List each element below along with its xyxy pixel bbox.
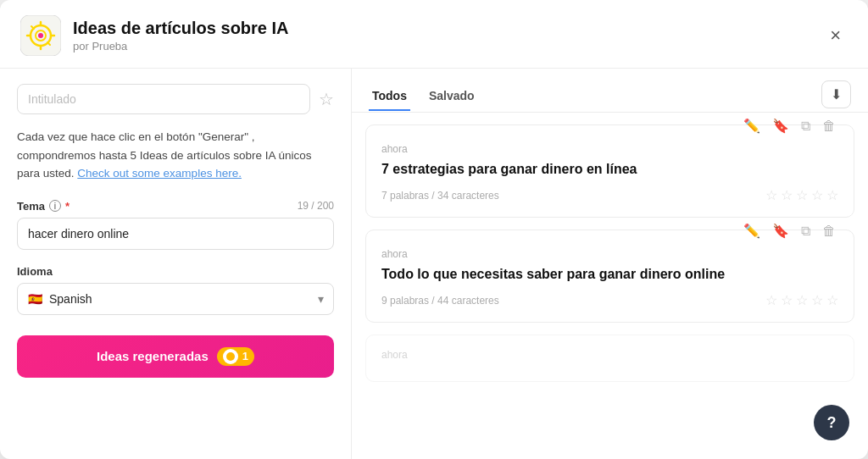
star-3[interactable]: ☆ — [796, 187, 808, 203]
generate-button[interactable]: Ideas regeneradas 1 — [17, 335, 334, 378]
result-footer-1: 7 palabras / 34 caracteres ☆ ☆ ☆ ☆ ☆ — [381, 187, 838, 203]
star-2[interactable]: ☆ — [781, 187, 793, 203]
toggle-circle — [223, 349, 238, 364]
star2-4[interactable]: ☆ — [811, 292, 823, 308]
generate-label: Ideas regeneradas — [97, 349, 209, 363]
trash-button-2[interactable]: 🗑 — [820, 221, 838, 241]
tabs-row: Todos Salvado ⬇ — [352, 69, 868, 113]
result-actions-2: ✏️ 🔖 ⧉ 🗑 — [381, 220, 838, 241]
required-marker: * — [65, 200, 70, 213]
toggle-inner — [226, 352, 235, 361]
result-card-2: ✏️ 🔖 ⧉ 🗑 ahora Todo lo que necesitas sab… — [365, 230, 854, 323]
char-count: 19 / 200 — [298, 200, 334, 212]
result-stats-1: 7 palabras / 34 caracteres — [381, 190, 499, 202]
toggle-badge: 1 — [217, 347, 254, 366]
idioma-value: Spanish — [49, 292, 92, 306]
results-list: ✏️ 🔖 ⧉ 🗑 ahora 7 estrategias para ganar … — [352, 113, 868, 459]
result-footer-2: 9 palabras / 44 caracteres ☆ ☆ ☆ ☆ ☆ — [381, 292, 838, 308]
result-title-1: 7 estrategias para ganar dinero en línea — [381, 162, 838, 177]
left-panel: ☆ Cada vez que hace clic en el botón "Ge… — [0, 69, 352, 459]
search-row: ☆ — [17, 84, 334, 114]
modal-title: Ideas de artículos sobre IA — [73, 19, 823, 38]
star2-3[interactable]: ☆ — [796, 292, 808, 308]
close-button[interactable]: × — [823, 21, 848, 50]
star-5[interactable]: ☆ — [826, 187, 838, 203]
search-input[interactable] — [17, 84, 310, 114]
copy-button-1[interactable]: ⧉ — [798, 116, 813, 136]
star2-1[interactable]: ☆ — [765, 292, 777, 308]
info-icon: i — [49, 200, 61, 212]
modal-header: Ideas de artículos sobre IA por Prueba × — [0, 0, 868, 69]
edit-button-2[interactable]: ✏️ — [741, 220, 763, 241]
result-actions-1: ✏️ 🔖 ⧉ 🗑 — [381, 115, 838, 136]
copy-button-2[interactable]: ⧉ — [798, 221, 813, 241]
favorite-button[interactable]: ☆ — [319, 89, 334, 109]
header-text: Ideas de artículos sobre IA por Prueba — [73, 19, 823, 53]
toggle-count: 1 — [242, 350, 248, 362]
tab-salvado[interactable]: Salvado — [426, 82, 478, 111]
idioma-wrapper: 🇪🇸 Spanish ▾ — [17, 283, 334, 315]
examples-link[interactable]: Check out some examples here. — [77, 167, 242, 180]
tema-input[interactable] — [17, 218, 334, 250]
right-panel: Todos Salvado ⬇ ✏️ 🔖 ⧉ 🗑 ahora — [352, 69, 868, 459]
result-card: ✏️ 🔖 ⧉ 🗑 ahora 7 estrategias para ganar … — [365, 124, 854, 218]
idioma-select[interactable]: 🇪🇸 Spanish — [17, 283, 334, 315]
description-box: Cada vez que hace clic en el botón "Gene… — [17, 128, 334, 183]
help-button[interactable]: ? — [814, 405, 849, 440]
flag-icon: 🇪🇸 — [28, 292, 42, 306]
main-modal: Ideas de artículos sobre IA por Prueba ×… — [0, 0, 868, 459]
star-4[interactable]: ☆ — [811, 187, 823, 203]
star2-5[interactable]: ☆ — [826, 292, 838, 308]
modal-subtitle: por Prueba — [73, 40, 823, 53]
app-icon — [20, 15, 61, 56]
download-button[interactable]: ⬇ — [821, 80, 851, 108]
idioma-label: Idioma — [17, 265, 334, 278]
stars-1: ☆ ☆ ☆ ☆ ☆ — [765, 187, 838, 203]
tab-todos[interactable]: Todos — [369, 82, 410, 111]
svg-point-7 — [38, 33, 43, 38]
result-stats-2: 9 palabras / 44 caracteres — [381, 295, 499, 307]
result-title-2: Todo lo que necesitas saber para ganar d… — [381, 267, 838, 282]
bookmark-button-1[interactable]: 🔖 — [770, 115, 792, 136]
trash-button-1[interactable]: 🗑 — [820, 116, 838, 136]
modal-body: ☆ Cada vez que hace clic en el botón "Ge… — [0, 69, 868, 459]
tema-label: Tema — [17, 200, 45, 213]
result-meta-2: ahora — [381, 248, 838, 260]
star-1[interactable]: ☆ — [765, 187, 777, 203]
edit-button-1[interactable]: ✏️ — [741, 115, 763, 136]
result-card-3: ahora — [365, 335, 854, 382]
stars-2: ☆ ☆ ☆ ☆ ☆ — [765, 292, 838, 308]
result-meta-3: ahora — [381, 349, 838, 361]
result-meta-1: ahora — [381, 143, 838, 155]
star2-2[interactable]: ☆ — [781, 292, 793, 308]
bookmark-button-2[interactable]: 🔖 — [770, 220, 792, 241]
tema-label-row: Tema i * 19 / 200 — [17, 200, 334, 213]
